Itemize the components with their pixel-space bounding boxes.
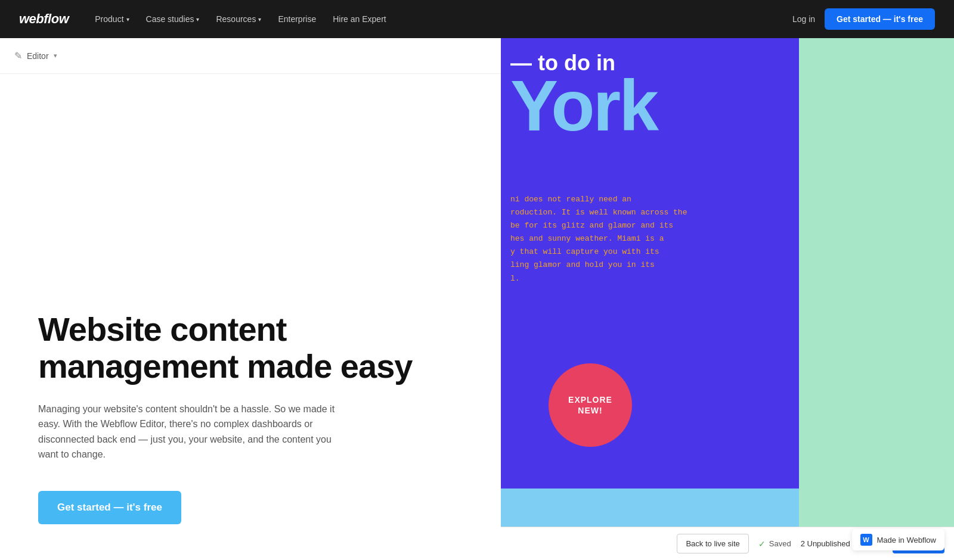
york-city-text: York (510, 70, 789, 141)
webflow-logo[interactable]: webflow (19, 11, 69, 27)
light-green-section (799, 38, 954, 560)
nav-get-started-button[interactable]: Get started — it's free (825, 8, 935, 30)
made-in-webflow-badge: W Made in Webflow (852, 529, 944, 550)
saved-indicator: ✓ Saved (758, 539, 791, 549)
login-button[interactable]: Log in (792, 14, 815, 24)
editor-toolbar: ✎ Editor ▾ (0, 38, 501, 74)
hero-title: Website content management made easy (38, 311, 463, 384)
hero-content: Website content management made easy Man… (0, 74, 501, 560)
edit-icon: ✎ (14, 50, 22, 61)
right-panel: — to do in York ni does not really need … (501, 38, 954, 560)
editor-chevron-icon: ▾ (54, 52, 57, 60)
chevron-down-icon: ▾ (196, 16, 199, 23)
york-heading: — to do in York (501, 38, 799, 141)
editor-label-text: Editor (27, 51, 49, 61)
purple-section: — to do in York ni does not really need … (501, 38, 799, 489)
saved-text: Saved (769, 539, 791, 548)
nav-item-product[interactable]: Product ▾ (88, 10, 136, 29)
back-to-live-button[interactable]: Back to live site (677, 534, 748, 553)
nav-item-enterprise[interactable]: Enterprise (271, 10, 323, 29)
navbar: webflow Product ▾ Case studies ▾ Resourc… (0, 0, 954, 38)
check-icon: ✓ (758, 539, 766, 549)
main-area: ✎ Editor ▾ Website content management ma… (0, 38, 954, 560)
nav-item-resources[interactable]: Resources ▾ (209, 10, 268, 29)
made-in-webflow-text: Made in Webflow (877, 536, 936, 545)
chevron-down-icon: ▾ (126, 16, 129, 23)
york-body-text: ni does not really need an roduction. It… (510, 193, 789, 285)
hero-get-started-button[interactable]: Get started — it's free (38, 491, 181, 524)
webflow-badge-icon: W (860, 534, 872, 546)
nav-item-hire-expert[interactable]: Hire an Expert (326, 10, 393, 29)
explore-text: EXPLORE NEW! (568, 394, 612, 416)
explore-button[interactable]: EXPLORE NEW! (549, 363, 632, 447)
editor-dropdown[interactable]: ✎ Editor ▾ (14, 50, 57, 61)
nav-item-case-studies[interactable]: Case studies ▾ (139, 10, 207, 29)
nav-right: Log in Get started — it's free (792, 8, 935, 30)
left-panel: ✎ Editor ▾ Website content management ma… (0, 38, 501, 560)
hero-description: Managing your website's content shouldn'… (38, 402, 348, 462)
nav-items: Product ▾ Case studies ▾ Resources ▾ Ent… (88, 10, 788, 29)
chevron-down-icon: ▾ (258, 16, 261, 23)
